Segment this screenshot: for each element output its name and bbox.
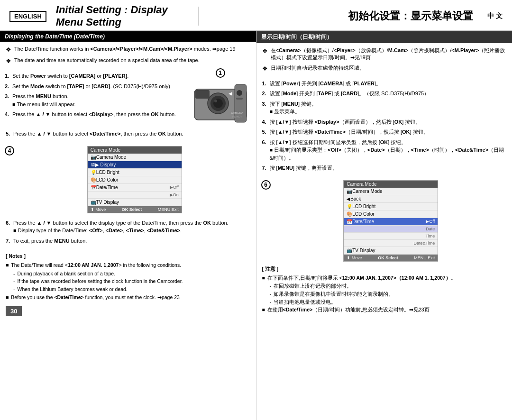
circle-4: 4 xyxy=(5,146,14,155)
camera-svg: CAMERA PLAYER xyxy=(190,80,251,127)
note-zh-sub-2: - 如果录像带是在摄像机中设置时钟功能之前录制的。 xyxy=(270,291,507,298)
step-zh-num-5: 5. xyxy=(262,128,270,136)
menu1-item-tvdisplay-label: TV Display xyxy=(96,200,119,205)
menu1-title: Camera Mode xyxy=(88,146,182,154)
step-text-5: Press the ▲ / ▼ button to select <Date/T… xyxy=(13,130,250,138)
notes-title-en: [ Notes ] xyxy=(6,253,250,260)
menu2-item-back: ◀ Back xyxy=(344,195,438,203)
svg-rect-8 xyxy=(195,90,210,99)
step-zh-text-6: 按 [▲/▼] 按钮选择日期/时间显示类型，然后按 [OK] 按钮。■ 日期/时… xyxy=(270,138,507,162)
menu2-item-datetime-label: Date/Time xyxy=(352,219,374,224)
note-sub-1: - During playback of a blank section of … xyxy=(13,270,250,277)
menu2-item-cameramode: 📷 Camera Mode xyxy=(344,188,438,195)
page-number-area: 30 xyxy=(0,304,256,318)
note-zh-sub-1: - 在回放磁带上没有记录的部分时。 xyxy=(270,283,507,290)
header-divider xyxy=(198,7,199,26)
menu2-item-lcdbright-row: 💡 LCD Bright xyxy=(347,204,375,209)
menu1-item-on: ▶On xyxy=(88,192,182,199)
notes-title-zh: [ 注意 ] xyxy=(262,265,507,273)
notes-en: [ Notes ] ■ The Date/Time will read <12:… xyxy=(0,251,256,304)
steps-camera-area: 1. Set the Power switch to [CAMERA] or [… xyxy=(0,68,256,130)
step-zh-4: 4. 按 [▲/▼] 按钮选择 <Display>（画面设置），然后按 [OK]… xyxy=(262,118,507,126)
menu2-item-back-label: Back xyxy=(350,196,361,201)
step-num-1: 1. xyxy=(5,72,12,80)
menu1-item-lcdcolor-row: 🎨 LCD Color xyxy=(91,177,119,183)
note-en-2: ■ Before you use the <Date/Time> functio… xyxy=(6,294,250,301)
svg-point-6 xyxy=(237,90,242,96)
step-num-2: 2. xyxy=(5,82,12,91)
menu1-item-cameramode-icon: 📷 xyxy=(91,155,96,160)
step-zh-3: 3. 按下 [MENU] 按键。■ 显示菜单。 xyxy=(262,100,507,116)
title-chinese: 初始化设置：显示菜单设置 xyxy=(208,9,474,23)
menu2-item-cameramode-label: Camera Mode xyxy=(352,189,382,194)
step-text-4: Press the ▲ / ▼ button to select <Displa… xyxy=(12,110,179,119)
menu1-item-lcdbright-label: LCD Bright xyxy=(96,170,119,175)
col-right: 显示日期/时间（日期/时间） ❖ 在<Camera>（摄像模式）/<Player… xyxy=(256,31,512,420)
step-zh-num-3: 3. xyxy=(262,100,270,116)
step-text-7: To exit, press the MENU button. xyxy=(13,237,250,245)
lang-chinese-badge: 中 文 xyxy=(487,12,503,20)
step-en-3: 3. Press the MENU button.■ The menu list… xyxy=(5,92,179,108)
menu1-item-datetime: 📅 Date/Time ▶Off xyxy=(88,184,182,192)
svg-point-4 xyxy=(214,100,217,102)
menu2-menu-label: MENU Exit xyxy=(414,256,435,260)
menu2-item-date: Date xyxy=(344,226,438,233)
menu1-item-lcdcolor: 🎨 LCD Color xyxy=(88,176,182,184)
menu1-item-datetime-label: Date/Time xyxy=(96,185,118,190)
menu1-ok-label: OK Select xyxy=(122,207,142,212)
note-text-1: The Date/Time will read <12:00 AM JAN. 1… xyxy=(11,262,181,269)
note-sub-sym-3: - xyxy=(13,286,15,293)
menu1-item-tvdisplay-row: 📺 TV Display xyxy=(91,200,119,205)
step-en-2: 2. Set the Mode switch to [TAPE] or [CAR… xyxy=(5,82,179,91)
step-zh-6: 6. 按 [▲/▼] 按钮选择日期/时间显示类型，然后按 [OK] 按钮。■ 日… xyxy=(262,138,507,162)
note-zh-sub-3: - 当纽扣电池电量低或没电。 xyxy=(270,299,507,306)
menu2-title: Camera Mode xyxy=(344,181,438,188)
notes-zh: [ 注意 ] ■ 在下面条件下,日期/时间将显示 <12:00 AM JAN. … xyxy=(256,264,512,317)
menu1-item-datetime-icon: 📅 xyxy=(91,185,96,190)
note-text-2: Before you use the <Date/Time> function,… xyxy=(11,294,180,301)
menu2-item-tvdisplay-icon: 📺 xyxy=(347,248,352,253)
bullet-text-1: The Date/Time function works in <Camera>… xyxy=(14,46,236,54)
bullet-en-1: ❖ The Date/Time function works in <Camer… xyxy=(6,46,250,54)
note-zh-sub-text-3: 当纽扣电池电量低或没电。 xyxy=(274,299,336,306)
menu2-item-back-icon: ◀ xyxy=(347,196,350,201)
menu1-item-display-row: 🖥 ▶ Display xyxy=(91,162,116,167)
menu2-item-time-value: Time xyxy=(426,234,435,238)
step-text-1: Set the Power switch to [CAMERA] or [PLA… xyxy=(12,72,179,80)
step-zh-text-1: 设置 [Power] 开关到 [CAMERA] 或 [PLAYER]。 xyxy=(270,80,507,88)
menu1-item-display: 🖥 ▶ Display xyxy=(88,161,182,169)
header: ENGLISH Initial Setting : Display Menu S… xyxy=(0,0,512,31)
lang-english-badge: ENGLISH xyxy=(9,11,46,22)
menu1-item-datetime-row: 📅 Date/Time xyxy=(91,185,118,190)
menu2-item-lcdcolor-label: LCD Color xyxy=(352,211,375,217)
step-zh-2: 2. 设置 [Mode] 开关到 [TAPE] 或 [CARD]。（仅限 SC-… xyxy=(262,90,507,98)
note-zh-text-2: 在使用<Date/Time>（日期/时间）功能前,您必须先设定时钟。➡见23页 xyxy=(267,306,430,313)
bullet-zh-sym-1: ❖ xyxy=(262,47,268,62)
menu1-item-cameramode-label: Camera Mode xyxy=(96,155,126,160)
menu2-ok-label: OK Select xyxy=(378,256,398,260)
menu1-item-display-icon: 🖥 xyxy=(91,162,95,167)
note-sub-2: - If the tape was recorded before settin… xyxy=(13,278,250,285)
menu1-area: 4 Camera Mode 📷 Camera Mode xyxy=(0,144,256,215)
page: ENGLISH Initial Setting : Display Menu S… xyxy=(0,0,512,420)
menu1-mockup: Camera Mode 📷 Camera Mode 🖥 ▶ Display xyxy=(87,146,182,213)
menu2-item-tvdisplay-row: 📺 TV Display xyxy=(347,248,375,253)
circle-1: 1 xyxy=(216,68,225,78)
step-num-6: 6. xyxy=(6,219,13,235)
menu2-item-lcdcolor-icon: 🎨 xyxy=(347,211,352,217)
menu1-item-cameramode: 📷 Camera Mode xyxy=(88,154,182,161)
menu2-bottom: ⬆ Move OK Select MENU Exit xyxy=(344,255,438,261)
menu2-item-cameramode-row: 📷 Camera Mode xyxy=(347,189,382,194)
menu1-item-cameramode-row: 📷 Camera Mode xyxy=(91,155,126,160)
menu2-item-lcdcolor-row: 🎨 LCD Color xyxy=(347,211,375,217)
menu1-menu-label: MENU Exit xyxy=(158,207,179,212)
menu1-item-lcdbright: 💡 LCD Bright xyxy=(88,169,182,176)
menu2-item-datetime-off: ▶Off xyxy=(426,219,435,224)
note-zh-1: ■ 在下面条件下,日期/时间将显示 <12:00 AM JAN. 1,2007>… xyxy=(262,274,507,282)
menu2-move-label: ⬆ Move xyxy=(347,256,362,260)
note-zh-text-1: 在下面条件下,日期/时间将显示 <12:00 AM JAN. 1,2007>（1… xyxy=(267,274,456,282)
note-sym-1: ■ xyxy=(6,262,9,269)
menu1-item-tvdisplay: 📺 TV Display xyxy=(88,199,182,206)
menu1-item-display-label: ▶ Display xyxy=(95,162,116,167)
menu2-mockup: Camera Mode 📷 Camera Mode ◀ Back xyxy=(343,180,438,262)
